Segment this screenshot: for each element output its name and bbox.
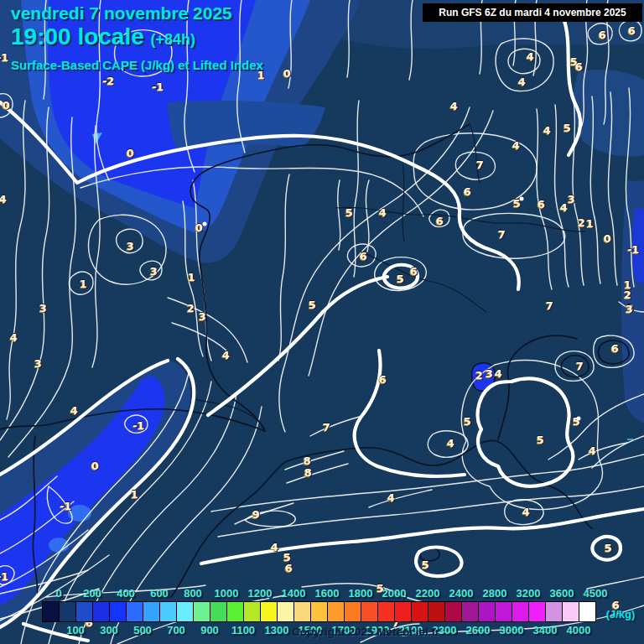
scale-color-box (327, 601, 345, 622)
scale-tick-label: 1200 (248, 587, 273, 600)
scale-tick-label: 3200 (517, 587, 541, 600)
contour-value-label: 4 (522, 506, 530, 518)
scale-color-box (126, 601, 143, 622)
contour-value-label: 8 (304, 466, 312, 479)
contour-value-label: 4 (222, 349, 230, 361)
scale-color-box (361, 601, 378, 622)
contour-value-label: 3 (34, 357, 42, 370)
scale-tick-label: 3000 (500, 624, 524, 636)
contour-value-label: 3 (568, 193, 575, 205)
contour-value-label: 8 (304, 454, 311, 467)
scale-tick-label: 200 (83, 587, 101, 600)
scale-color-box (545, 601, 563, 622)
contour-value-label: 4 (495, 367, 502, 380)
contour-value-label: 7 (546, 299, 553, 312)
contour-value-label: 6 (436, 215, 444, 227)
scale-tick-label: 1000 (215, 587, 239, 600)
contour-value-label: 6 (379, 373, 387, 386)
contour-value-label: 4 (447, 437, 454, 449)
contour-value-label: 2 (578, 216, 585, 229)
scale-tick-label: 1800 (349, 587, 373, 600)
contour-value-label: 1 (131, 488, 138, 501)
contour-value-label: 0 (127, 147, 134, 159)
scale-tick-label: 500 (133, 624, 152, 636)
scale-color-box (428, 601, 445, 622)
scale-tick-label: 300 (100, 624, 118, 636)
contour-value-label: 0 (283, 67, 291, 80)
contour-value-label: 5 (605, 542, 612, 554)
contour-value-label: 0 (195, 221, 203, 234)
scale-color-box (42, 601, 60, 622)
scale-color-box (293, 601, 311, 622)
scale-color-box (210, 601, 227, 622)
scale-tick-label: 2600 (466, 624, 491, 636)
contour-value-label: 5 (422, 558, 429, 571)
scale-color-box (92, 601, 110, 622)
contour-value-label: 2 (475, 369, 483, 382)
scale-color-box (478, 601, 496, 622)
map-header: vendredi 7 novembre 2025 19:00 locale (+… (11, 4, 263, 72)
scale-tick-label: 2000 (382, 587, 407, 600)
contour-value-label: 7 (498, 228, 506, 241)
date-text: vendredi 7 novembre 2025 (11, 4, 263, 23)
contour-value-label: 4 (387, 491, 395, 504)
contour-value-label: 6 (611, 342, 619, 355)
scale-tick-label: 2400 (449, 587, 474, 600)
scale-color-box (159, 601, 177, 622)
contour-value-label: 6 (410, 265, 418, 278)
contour-value-label: 7 (323, 421, 330, 434)
contour-value-label: 3 (39, 302, 47, 314)
contour-value-label: 5 (564, 122, 571, 134)
contour-value-label: 3 (150, 265, 158, 278)
contour-value-label: 6 (575, 60, 583, 73)
time-text: 19:00 locale (+84h) (11, 24, 263, 49)
scale-color-box (310, 601, 328, 622)
scale-color-box (226, 601, 244, 622)
scale-color-box (444, 601, 462, 622)
forecast-offset: (+84h) (151, 31, 196, 48)
contour-value-label: -1 (0, 570, 8, 583)
weather-map-page: -1-2-11006645644045474635645460210-13763… (0, 0, 644, 644)
city-dot (520, 197, 524, 201)
scale-color-box (512, 601, 529, 622)
contour-value-label: 1 (586, 217, 594, 230)
contour-value-label: 1 (80, 278, 87, 290)
contour-value-label: 4 (379, 206, 387, 219)
scale-color-box (143, 601, 160, 622)
contour-value-label: -1 (152, 80, 163, 93)
map-subtitle: Surface-Based CAPE (J/kg) et Lifted Inde… (11, 59, 263, 72)
scale-tick-label: 700 (167, 624, 185, 636)
contour-value-label: 6 (599, 29, 606, 41)
scale-tick-label: 0 (55, 587, 61, 600)
scale-color-box (461, 601, 479, 622)
contour-value-label: 4 (543, 124, 551, 137)
contour-value-label: 0 (3, 99, 10, 112)
scale-color-box (260, 601, 278, 622)
contour-value-label: -1 (60, 500, 70, 512)
contour-value-label: -1 (627, 243, 638, 256)
contour-value-label: 4 (512, 139, 520, 152)
scale-color-box (243, 601, 261, 622)
contour-value-label: 4 (10, 331, 18, 344)
contour-value-label: 9 (252, 508, 260, 521)
contour-value-label: 6 (628, 24, 636, 37)
scale-tick-label: 4500 (584, 587, 608, 600)
cape-lifted-index-map (0, 0, 644, 644)
contour-value-label: 4 (70, 404, 78, 417)
scale-tick-label: 3600 (550, 587, 574, 600)
scale-tick-label: 1300 (265, 624, 289, 636)
contour-value-label: 5 (537, 434, 544, 446)
contour-value-label: 4 (271, 541, 278, 553)
contour-value-label: 6 (285, 562, 293, 574)
contour-value-label: 7 (476, 158, 484, 171)
contour-value-label: 2 (624, 288, 631, 301)
scale-tick-label: 900 (200, 624, 219, 636)
contour-value-label: 3 (486, 367, 493, 380)
scale-tick-label: 1400 (282, 587, 306, 600)
scale-unit-label: (J/kg) (606, 608, 636, 621)
contour-value-label: 0 (91, 460, 99, 472)
contour-value-label: 4 (560, 201, 568, 214)
city-dot (203, 222, 207, 226)
scale-color-box (377, 601, 395, 622)
scale-color-box (277, 601, 294, 622)
